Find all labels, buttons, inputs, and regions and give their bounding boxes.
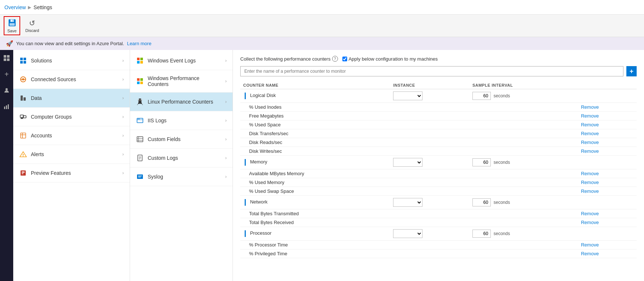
remove-link[interactable]: Remove [581, 242, 598, 248]
child-action-cell: Remove [573, 169, 637, 178]
group-name: Network [250, 199, 268, 205]
custom-fields-icon [136, 135, 144, 143]
sidebar-user-icon[interactable] [1, 85, 12, 96]
remove-link[interactable]: Remove [581, 211, 598, 216]
banner: 🚀 You can now view and edit settings in … [0, 37, 644, 50]
sample-input[interactable] [472, 198, 491, 206]
child-sample-cell [469, 120, 574, 129]
save-icon [8, 18, 17, 28]
sample-input[interactable] [472, 92, 491, 100]
nav-solutions-label: Solutions [31, 58, 119, 64]
group-action-cell [573, 89, 637, 103]
remove-link[interactable]: Remove [581, 251, 598, 256]
nav-data-label: Data [31, 95, 119, 101]
group-name: Logical Disk [250, 93, 276, 98]
subnav-windows-perf[interactable]: Windows Performance Counters › [130, 70, 233, 93]
nav-item-solutions[interactable]: Solutions › [13, 51, 130, 70]
instance-select[interactable] [393, 158, 422, 167]
add-counter-button[interactable]: + [626, 66, 637, 76]
remove-link[interactable]: Remove [581, 122, 598, 127]
breadcrumb-overview[interactable]: Overview [4, 4, 26, 10]
child-name-cell: Disk Reads/sec [240, 138, 390, 147]
nav-item-alerts[interactable]: Alerts › [13, 145, 130, 164]
child-instance-cell [390, 241, 469, 249]
remove-link[interactable]: Remove [581, 140, 598, 145]
preview-features-icon [19, 169, 27, 177]
svg-rect-10 [6, 105, 7, 109]
save-button[interactable]: Save [4, 16, 20, 35]
remove-link[interactable]: Remove [581, 113, 598, 119]
apply-checkbox[interactable] [342, 57, 347, 61]
col-sample-interval: SAMPLE INTERVAL [469, 82, 574, 89]
table-row: Available MBytes Memory Remove [240, 169, 637, 178]
group-sample-cell: seconds [469, 227, 574, 241]
sidebar-add-icon[interactable]: + [1, 69, 12, 79]
table-row: % Privileged Time Remove [240, 249, 637, 258]
subnav-iis-logs[interactable]: IIS Logs › [130, 111, 233, 130]
child-instance-cell [390, 169, 469, 178]
sidebar-chart-icon[interactable] [1, 101, 12, 112]
col-instance: INSTANCE [390, 82, 469, 89]
remove-link[interactable]: Remove [581, 148, 598, 154]
syslog-icon [136, 173, 144, 181]
sample-input[interactable] [472, 230, 491, 238]
remove-link[interactable]: Remove [581, 104, 598, 110]
subnav-linux-perf[interactable]: Linux Performance Counters › [130, 93, 233, 111]
instance-select[interactable] [393, 91, 422, 100]
remove-link[interactable]: Remove [581, 220, 598, 225]
child-name-cell: Available MBytes Memory [240, 169, 390, 178]
nav-preview-chevron: › [122, 170, 124, 176]
toolbar: Save ↺ Discard [0, 15, 644, 37]
table-row: Memory seconds [240, 156, 637, 169]
child-instance-cell [390, 187, 469, 196]
remove-link[interactable]: Remove [581, 171, 598, 176]
banner-message: You can now view and edit settings in Az… [16, 41, 124, 46]
child-sample-cell [469, 103, 574, 112]
connected-sources-icon [19, 75, 27, 83]
nav-alerts-chevron: › [122, 152, 124, 157]
subnav-custom-fields[interactable]: Custom Fields › [130, 130, 233, 149]
help-icon[interactable]: ? [332, 56, 338, 62]
child-sample-cell [469, 169, 574, 178]
breadcrumb-settings: Settings [33, 4, 52, 10]
subnav-syslog-chevron: › [225, 174, 227, 179]
group-name-cell: Memory [240, 156, 390, 169]
col-counter-name: COUNTER NAME [240, 82, 390, 89]
child-sample-cell [469, 147, 574, 156]
subnav-linux-perf-chevron: › [225, 99, 227, 104]
sidebar-home-icon[interactable] [1, 53, 12, 63]
nav-item-computer-groups[interactable]: Computer Groups › [13, 108, 130, 126]
nav-item-accounts[interactable]: Accounts › [13, 126, 130, 145]
child-sample-cell [469, 249, 574, 258]
subnav-custom-logs-label: Custom Logs [148, 155, 222, 161]
subnav-syslog[interactable]: Syslog › [130, 167, 233, 186]
subnav-windows-event-logs[interactable]: Windows Event Logs › [130, 51, 233, 70]
svg-rect-20 [21, 96, 23, 101]
discard-button[interactable]: ↺ Discard [22, 17, 43, 35]
child-action-cell: Remove [573, 187, 637, 196]
counter-search-input[interactable] [240, 66, 623, 76]
svg-point-39 [141, 100, 141, 100]
windows-perf-icon [136, 77, 144, 85]
remove-link[interactable]: Remove [581, 131, 598, 136]
nav-item-connected-sources[interactable]: Connected Sources › [13, 70, 130, 89]
group-sample-cell: seconds [469, 89, 574, 103]
child-action-cell: Remove [573, 147, 637, 156]
nav-preview-label: Preview Features [31, 170, 119, 176]
remove-link[interactable]: Remove [581, 180, 598, 185]
sample-input[interactable] [472, 158, 491, 166]
rocket-icon: 🚀 [6, 40, 13, 47]
remove-link[interactable]: Remove [581, 188, 598, 194]
instance-select[interactable] [393, 198, 422, 207]
subnav-custom-logs[interactable]: Custom Logs › [130, 149, 233, 167]
group-name-cell: Network [240, 196, 390, 209]
breadcrumb-separator: ▶ [28, 5, 31, 10]
banner-link[interactable]: Learn more [127, 41, 151, 46]
child-instance-cell [390, 103, 469, 112]
nav-item-preview-features[interactable]: Preview Features › [13, 164, 130, 183]
nav-item-data[interactable]: Data › [13, 89, 130, 108]
instance-select[interactable] [393, 229, 422, 238]
svg-rect-12 [20, 58, 23, 60]
child-instance-cell [390, 112, 469, 120]
nav-data-chevron: › [122, 96, 124, 101]
